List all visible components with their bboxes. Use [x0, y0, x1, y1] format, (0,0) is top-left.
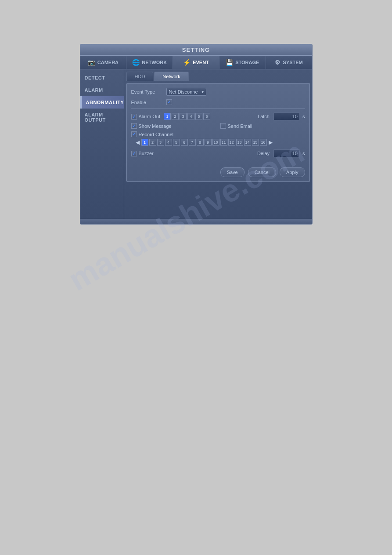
tab-hdd[interactable]: HDD — [126, 72, 154, 81]
latch-label: Latch — [258, 114, 270, 119]
enable-label: Enable — [131, 100, 166, 105]
tab-network[interactable]: Network — [154, 72, 188, 81]
delay-label: Delay — [257, 151, 270, 156]
record-channels: ◀ 1 2 3 4 5 6 7 8 9 10 1 — [135, 139, 273, 146]
nav-event-label: EVENT — [193, 60, 209, 65]
alarm-ch-4[interactable]: 4 — [187, 113, 194, 120]
rec-ch-9[interactable]: 9 — [205, 139, 212, 146]
window-title: SETTING — [182, 47, 210, 53]
sidebar: DETECT ALARM ABNORMALITY ALARM OUTPUT — [80, 69, 124, 219]
enable-checkbox[interactable] — [166, 99, 172, 105]
event-type-value: Net Disconne — [169, 89, 198, 94]
rec-ch-10[interactable]: 10 — [212, 139, 219, 146]
rec-ch-16[interactable]: 16 — [260, 139, 267, 146]
nav-event[interactable]: ⚡ EVENT — [173, 56, 219, 69]
rec-ch-3[interactable]: 3 — [157, 139, 164, 146]
event-icon: ⚡ — [183, 59, 191, 66]
buzzer-label: Buzzer — [139, 151, 154, 156]
rec-ch-7[interactable]: 7 — [189, 139, 196, 146]
main-window: SETTING 📷 CAMERA 🌐 NETWORK ⚡ EVENT 💾 — [80, 44, 313, 225]
nav-system[interactable]: ⚙ SYSTEM — [266, 56, 312, 69]
alarm-latch-row: Alarm Out 1 2 3 4 5 6 — [131, 112, 305, 120]
show-message-checkbox[interactable] — [131, 123, 137, 129]
show-message-label: Show Message — [139, 123, 172, 129]
sidebar-item-abnormality[interactable]: ABNORMALITY — [80, 96, 124, 109]
alarm-ch-3[interactable]: 3 — [180, 113, 187, 120]
rec-ch-2[interactable]: 2 — [149, 139, 156, 146]
apply-button[interactable]: Apply — [280, 167, 305, 177]
buttons-row: Save Cancel Apply — [131, 164, 305, 177]
system-icon: ⚙ — [275, 59, 281, 66]
buzzer-checkbox[interactable] — [131, 151, 137, 156]
alarm-out-checkbox[interactable] — [131, 114, 137, 120]
sub-tabs: HDD Network — [126, 72, 310, 81]
send-email-item: Send Email — [220, 123, 305, 129]
nav-camera[interactable]: 📷 CAMERA — [80, 56, 127, 69]
rec-ch-6[interactable]: 6 — [181, 139, 188, 146]
send-email-label: Send Email — [228, 123, 252, 129]
panel-content: Event Type Net Disconne ▼ Enable — [126, 83, 310, 182]
sidebar-item-detect[interactable]: DETECT — [80, 72, 124, 84]
channel-prev-icon[interactable]: ◀ — [135, 139, 140, 145]
event-type-label: Event Type — [131, 89, 166, 94]
network-nav-icon: 🌐 — [132, 59, 140, 66]
nav-network-label: NETWORK — [142, 60, 167, 65]
rec-ch-1[interactable]: 1 — [141, 139, 148, 146]
cancel-button[interactable]: Cancel — [248, 167, 276, 177]
rec-ch-15[interactable]: 15 — [252, 139, 259, 146]
record-channel-label: Record Channel — [139, 132, 174, 137]
nav-storage-label: STORAGE — [235, 60, 259, 65]
content-area: DETECT ALARM ABNORMALITY ALARM OUTPUT — [80, 69, 312, 219]
alarm-ch-6[interactable]: 6 — [203, 113, 210, 120]
send-email-checkbox[interactable] — [220, 123, 226, 129]
nav-camera-label: CAMERA — [97, 60, 119, 65]
sidebar-item-alarm[interactable]: ALARM — [80, 84, 124, 96]
record-channel-checkbox[interactable] — [131, 131, 137, 137]
latch-unit: s — [302, 114, 305, 119]
alarm-ch-1[interactable]: 1 — [164, 113, 171, 120]
event-type-dropdown[interactable]: Net Disconne ▼ — [166, 88, 206, 96]
rec-ch-13[interactable]: 13 — [236, 139, 243, 146]
event-type-row: Event Type Net Disconne ▼ — [131, 88, 305, 96]
divider-1 — [131, 109, 305, 109]
record-channel-item: Record Channel — [131, 131, 174, 137]
title-bar: SETTING — [80, 44, 312, 56]
alarm-ch-5[interactable]: 5 — [195, 113, 202, 120]
nav-network[interactable]: 🌐 NETWORK — [126, 56, 173, 69]
latch-input[interactable] — [273, 112, 300, 120]
alarm-ch-2[interactable]: 2 — [172, 113, 179, 120]
nav-storage[interactable]: 💾 STORAGE — [219, 56, 266, 69]
sidebar-item-alarm-output[interactable]: ALARM OUTPUT — [80, 109, 124, 126]
channel-next-icon[interactable]: ▶ — [268, 139, 273, 145]
chevron-down-icon: ▼ — [201, 90, 205, 94]
storage-icon: 💾 — [226, 59, 233, 66]
bottom-bar — [80, 219, 312, 224]
rec-ch-5[interactable]: 5 — [173, 139, 180, 146]
rec-ch-4[interactable]: 4 — [165, 139, 172, 146]
record-channel-row: Record Channel ◀ 1 2 3 4 5 6 7 — [131, 131, 305, 146]
buzzer-delay-row: Buzzer Delay s — [131, 149, 305, 157]
alarm-out-item: Alarm Out 1 2 3 4 5 6 — [131, 112, 216, 120]
message-email-row: Show Message Send Email — [131, 123, 305, 129]
delay-unit: s — [302, 151, 305, 156]
main-panel: HDD Network Event Type Net Disconne — [124, 69, 312, 219]
buzzer-item: Buzzer — [131, 149, 216, 157]
top-nav: 📷 CAMERA 🌐 NETWORK ⚡ EVENT 💾 STORAGE ⚙ — [80, 56, 312, 69]
nav-system-label: SYSTEM — [283, 60, 302, 65]
delay-input[interactable] — [273, 149, 300, 157]
show-message-item: Show Message — [131, 123, 216, 129]
rec-ch-12[interactable]: 12 — [228, 139, 235, 146]
save-button[interactable]: Save — [220, 167, 245, 177]
enable-row: Enable — [131, 99, 305, 105]
rec-ch-8[interactable]: 8 — [197, 139, 204, 146]
rec-ch-11[interactable]: 11 — [220, 139, 227, 146]
alarm-out-channels: 1 2 3 4 5 6 — [164, 113, 210, 120]
alarm-out-label: Alarm Out — [139, 114, 161, 119]
rec-ch-14[interactable]: 14 — [244, 139, 251, 146]
delay-item: Delay s — [220, 149, 305, 157]
latch-item: Latch s — [220, 112, 305, 120]
camera-icon: 📷 — [88, 59, 95, 66]
